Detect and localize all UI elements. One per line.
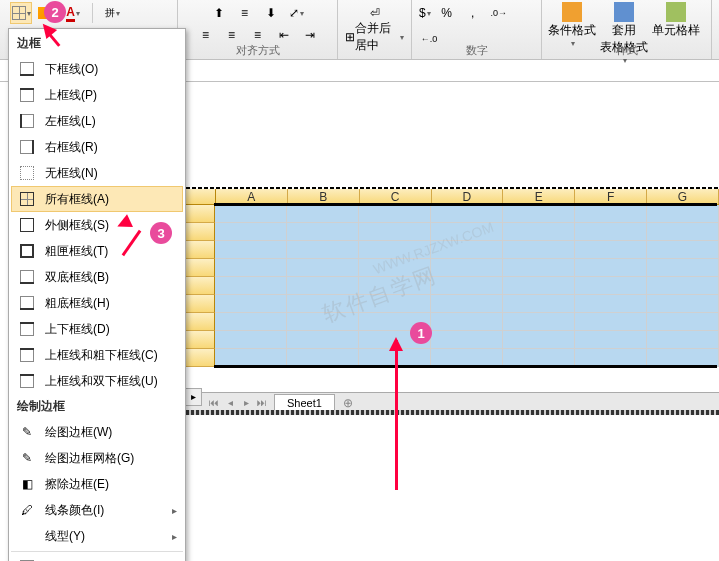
border-icon [12, 6, 26, 20]
align-middle-icon: ≡ [241, 6, 248, 20]
menu-draw-border[interactable]: ✎绘图边框(W) [11, 419, 183, 445]
align-middle-button[interactable]: ≡ [234, 2, 256, 24]
pencil-grid-icon: ✎ [17, 450, 37, 466]
align-left-icon: ≡ [202, 28, 209, 42]
tab-nav-prev[interactable]: ◂ [222, 395, 238, 411]
merge-center-button[interactable]: ⊞合并后居中▾ [344, 26, 405, 48]
eraser-icon: ◧ [17, 476, 37, 492]
indent-decrease-icon: ⇤ [279, 28, 289, 42]
align-bottom-button[interactable]: ⬇ [260, 2, 282, 24]
number-format-button[interactable]: $▾ [418, 2, 432, 24]
annotation-marker-1: 1 [410, 322, 432, 344]
col-header[interactable]: D [432, 188, 504, 204]
cell-grid[interactable] [186, 205, 719, 367]
menu-no-border[interactable]: 无框线(N) [11, 160, 183, 186]
tab-nav-last[interactable]: ⏭ [254, 395, 270, 411]
annotation-arrow-1 [395, 340, 398, 490]
select-all-corner[interactable] [186, 188, 216, 204]
align-bottom-icon: ⬇ [266, 6, 276, 20]
cond-format-icon [562, 2, 582, 22]
sheet-tabs-bar: ▸ ⏮ ◂ ▸ ⏭ Sheet1 ⊕ [186, 392, 719, 412]
sheet-tab[interactable]: Sheet1 [274, 394, 335, 411]
menu-all-borders[interactable]: 所有框线(A) [11, 186, 183, 212]
menu-thick-bottom-border[interactable]: 粗底框线(H) [11, 290, 183, 316]
pinyin-icon: 拼 [105, 6, 115, 20]
menu-header-draw: 绘制边框 [11, 394, 183, 419]
orientation-icon: ⤢ [289, 6, 299, 20]
menu-header-border: 边框 [11, 31, 183, 56]
style-group-label: 样式 [542, 43, 711, 58]
spreadsheet-area: A B C D E F G ▸ ⏮ ◂ ▸ ⏭ S [186, 82, 719, 561]
menu-line-style[interactable]: 线型(Y)▸ [11, 523, 183, 549]
menu-other-border[interactable]: 其他边框(M) [11, 554, 183, 561]
menu-right-border[interactable]: 右框线(R) [11, 134, 183, 160]
percent-button[interactable]: % [436, 2, 458, 24]
menu-draw-grid[interactable]: ✎绘图边框网格(G) [11, 445, 183, 471]
annotation-marker-3: 3 [150, 222, 172, 244]
scroll-right-button[interactable]: ▸ [184, 388, 202, 406]
col-header[interactable]: A [216, 188, 288, 204]
menu-top-border[interactable]: 上框线(P) [11, 82, 183, 108]
menu-double-bottom-border[interactable]: 双底框线(B) [11, 264, 183, 290]
currency-icon: $ [419, 6, 426, 20]
cell-style-icon [666, 2, 686, 22]
align-center-icon: ≡ [228, 28, 235, 42]
border-dropdown-button[interactable]: ▾ [10, 2, 32, 24]
align-top-button[interactable]: ⬆ [208, 2, 230, 24]
tab-nav-next[interactable]: ▸ [238, 395, 254, 411]
pen-color-icon: 🖊 [17, 502, 37, 518]
selection-marquee [186, 187, 719, 189]
pinyin-button[interactable]: 拼▾ [101, 2, 123, 24]
col-header[interactable]: G [647, 188, 719, 204]
increase-decimal-button[interactable]: .0→ [488, 2, 510, 24]
comma-icon: , [471, 6, 474, 20]
align-group-label: 对齐方式 [178, 43, 337, 58]
pencil-icon: ✎ [17, 424, 37, 440]
submenu-arrow-icon: ▸ [172, 505, 177, 516]
wrap-icon: ⏎ [370, 6, 380, 20]
percent-icon: % [441, 6, 452, 20]
menu-erase-border[interactable]: ◧擦除边框(E) [11, 471, 183, 497]
menu-top-thick-bottom-border[interactable]: 上框线和粗下框线(C) [11, 342, 183, 368]
align-right-icon: ≡ [254, 28, 261, 42]
increase-decimal-icon: .0→ [490, 8, 507, 18]
menu-left-border[interactable]: 左框线(L) [11, 108, 183, 134]
indent-increase-icon: ⇥ [305, 28, 315, 42]
col-header[interactable]: F [575, 188, 647, 204]
col-header[interactable]: B [288, 188, 360, 204]
number-group-label: 数字 [412, 43, 541, 58]
chevron-down-icon: ▾ [27, 9, 31, 18]
merge-icon: ⊞ [345, 30, 355, 44]
menu-top-bottom-border[interactable]: 上下框线(D) [11, 316, 183, 342]
menu-top-double-bottom-border[interactable]: 上框线和双下框线(U) [11, 368, 183, 394]
add-sheet-button[interactable]: ⊕ [339, 396, 357, 410]
align-top-icon: ⬆ [214, 6, 224, 20]
menu-bottom-border[interactable]: 下框线(O) [11, 56, 183, 82]
col-header[interactable]: C [360, 188, 432, 204]
menu-line-color[interactable]: 🖊线条颜色(I)▸ [11, 497, 183, 523]
orientation-button[interactable]: ⤢▾ [286, 2, 308, 24]
annotation-marker-2: 2 [44, 1, 66, 23]
conditional-format-button[interactable]: 条件格式▾ [548, 2, 596, 48]
table-format-icon [614, 2, 634, 22]
submenu-arrow-icon: ▸ [172, 531, 177, 542]
horizontal-scrollbar[interactable] [186, 410, 719, 415]
cell-style-button[interactable]: 单元格样 [652, 2, 700, 39]
border-dropdown-menu: 边框 下框线(O) 上框线(P) 左框线(L) 右框线(R) 无框线(N) 所有… [8, 28, 186, 561]
col-header[interactable]: E [503, 188, 575, 204]
tab-nav-first[interactable]: ⏮ [206, 395, 222, 411]
comma-button[interactable]: , [462, 2, 484, 24]
